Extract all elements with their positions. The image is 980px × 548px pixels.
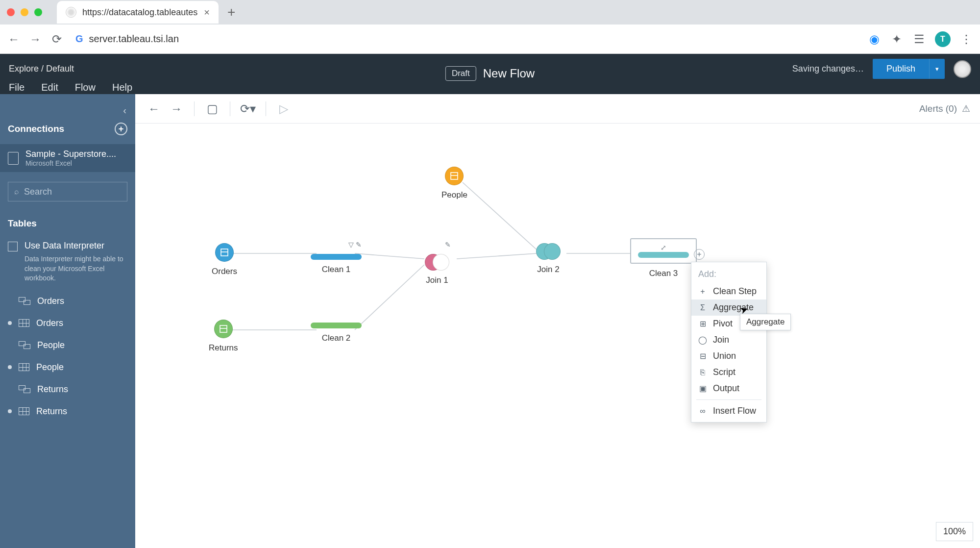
browser-menu-icon[interactable]: ⋮: [959, 32, 973, 46]
menu-edit[interactable]: Edit: [41, 82, 58, 93]
table-name: People: [36, 362, 64, 373]
connection-type: Microsoft Excel: [25, 159, 116, 167]
expand-icon: ⤢: [661, 244, 666, 251]
alerts-indicator[interactable]: Alerts (0) ⚠: [919, 103, 970, 114]
forward-button[interactable]: →: [28, 32, 42, 46]
refresh-button[interactable]: ⟳▾: [239, 100, 257, 118]
canvas-area: ← → ▢ ⟳▾ ▷ Alerts (0) ⚠: [135, 94, 980, 548]
collapse-sidebar-icon[interactable]: ‹: [123, 105, 126, 116]
header-center: Draft New Flow: [445, 66, 535, 81]
favicon-icon: [66, 7, 76, 18]
node-label: Join 2: [537, 265, 559, 274]
menu-item-output[interactable]: ▣Output: [691, 380, 766, 397]
url-field[interactable]: G server.tableau.tsi.lan: [72, 29, 859, 49]
menu-item-union[interactable]: ⊟Union: [691, 348, 766, 364]
clean-step-badges: ▽✎: [311, 240, 362, 249]
connection-item[interactable]: Sample - Superstore.... Microsoft Excel: [0, 144, 135, 172]
address-bar: ← → ⟳ G server.tableau.tsi.lan ◉ ✦ ☰ T ⋮: [0, 25, 980, 54]
reload-button[interactable]: ⟳: [50, 32, 64, 46]
tab-bar: https://datacatalog.tableautes × +: [0, 0, 980, 25]
flow-node-join1[interactable]: ✎ Join 1: [423, 240, 451, 285]
flow-title[interactable]: New Flow: [483, 67, 535, 80]
breadcrumb[interactable]: Explore / Default: [9, 64, 74, 74]
pause-button[interactable]: ▢: [203, 100, 221, 118]
window-controls: [7, 8, 42, 16]
join-badges: ✎: [423, 240, 451, 249]
table-name: Returns: [36, 406, 67, 417]
datasource-icon: [215, 243, 234, 262]
menu-flow[interactable]: Flow: [75, 82, 96, 93]
browser-tab[interactable]: https://datacatalog.tableautes ×: [57, 1, 219, 24]
minimize-window-icon[interactable]: [21, 8, 28, 16]
add-step-button[interactable]: +: [694, 249, 705, 260]
maximize-window-icon[interactable]: [34, 8, 42, 16]
table-item-returns-rel[interactable]: Returns: [0, 378, 135, 400]
relation-icon: [19, 341, 30, 349]
menu-help[interactable]: Help: [112, 82, 132, 93]
node-label: Returns: [209, 343, 238, 353]
redo-button[interactable]: →: [168, 100, 185, 118]
bullet-icon: [8, 321, 12, 325]
extensions-icon[interactable]: ✦: [890, 32, 904, 46]
reading-list-icon[interactable]: ☰: [912, 32, 926, 46]
table-item-people-rel[interactable]: People: [0, 334, 135, 356]
publish-button-group: Publish ▾: [873, 59, 945, 79]
breadcrumb-root[interactable]: Explore: [9, 64, 39, 74]
divider: [194, 101, 195, 116]
table-name: Orders: [37, 296, 64, 306]
table-item-orders-grid[interactable]: Orders: [0, 312, 135, 334]
search-box[interactable]: ⌕: [8, 182, 127, 201]
profile-avatar[interactable]: T: [935, 31, 951, 47]
search-input[interactable]: [24, 187, 138, 197]
back-button[interactable]: ←: [7, 32, 21, 46]
flow-canvas[interactable]: Orders Returns People ▽✎ Clean 1: [135, 124, 980, 548]
clean-step-bar: [311, 254, 362, 260]
flow-node-returns[interactable]: Returns: [209, 320, 238, 353]
account-sync-icon[interactable]: ◉: [867, 32, 881, 46]
table-icon: [19, 407, 29, 415]
edit-icon: ✎: [445, 241, 451, 249]
wand-icon: ✎: [356, 241, 362, 249]
publish-dropdown-button[interactable]: ▾: [929, 59, 945, 79]
table-name: Returns: [37, 384, 68, 395]
filter-icon: ▽: [348, 241, 354, 249]
table-item-returns-grid[interactable]: Returns: [0, 400, 135, 423]
svg-line-5: [463, 182, 537, 250]
new-tab-button[interactable]: +: [227, 4, 235, 20]
edge-layer: [135, 124, 980, 548]
clean-step-bar: [638, 252, 689, 258]
flow-node-join2[interactable]: Join 2: [536, 243, 561, 274]
close-window-icon[interactable]: [7, 8, 15, 16]
join-icon: [536, 243, 561, 260]
flow-node-clean1[interactable]: ▽✎ Clean 1: [311, 240, 362, 274]
menu-item-clean-step[interactable]: +Clean Step: [691, 283, 766, 299]
zoom-indicator[interactable]: 100%: [936, 522, 973, 541]
undo-button[interactable]: ←: [145, 100, 163, 118]
run-button[interactable]: ▷: [275, 100, 293, 118]
join-icon: [425, 254, 449, 271]
flow-node-people[interactable]: People: [441, 167, 467, 200]
flow-node-clean3[interactable]: ⤢ Clean 3: [630, 238, 697, 278]
user-avatar[interactable]: [954, 60, 971, 78]
data-interpreter-checkbox[interactable]: [8, 242, 18, 251]
tooltip-text: Aggregate: [746, 317, 784, 326]
table-name: People: [37, 340, 65, 350]
close-tab-icon[interactable]: ×: [204, 7, 210, 18]
svg-line-3: [355, 265, 424, 330]
table-item-orders-rel[interactable]: Orders: [0, 290, 135, 312]
menu-file[interactable]: File: [9, 82, 24, 93]
add-connection-button[interactable]: +: [115, 123, 127, 135]
pivot-icon: ⊞: [698, 319, 707, 328]
flow-node-orders[interactable]: Orders: [212, 243, 237, 276]
menu-item-script[interactable]: ⎘Script: [691, 364, 766, 380]
table-item-people-grid[interactable]: People: [0, 356, 135, 378]
breadcrumb-current[interactable]: Default: [46, 64, 74, 74]
publish-button[interactable]: Publish: [873, 59, 929, 79]
menu-item-insert-flow[interactable]: ∞Insert Flow: [691, 403, 766, 419]
menu-item-join[interactable]: ◯Join: [691, 332, 766, 348]
warning-icon: ⚠: [962, 103, 970, 114]
flow-node-clean2[interactable]: Clean 2: [311, 323, 362, 343]
add-step-menu: Add: +Clean Step ΣAggregate ⊞Pivot ◯Join…: [691, 262, 767, 423]
plus-icon: +: [698, 287, 707, 296]
data-interpreter-row[interactable]: Use Data Interpreter: [0, 236, 135, 254]
